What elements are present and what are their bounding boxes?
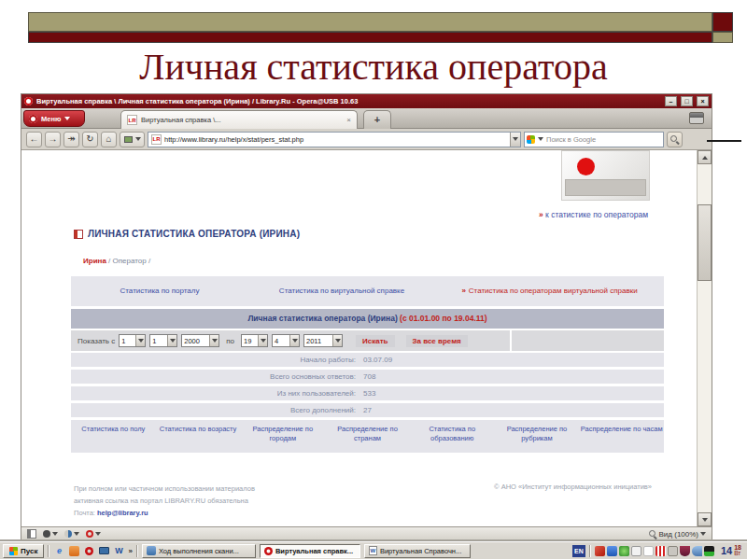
task-label: Ход выполнения скани... [159, 547, 239, 555]
page-viewport: » к статистике по операторам ЛИЧНАЯ СТАТ… [21, 150, 712, 526]
task-button-word-doc[interactable]: W Виртуальная Справочн... [364, 544, 471, 558]
menu-label: Меню [41, 115, 61, 123]
link-dist-cities[interactable]: Распределение по городам [240, 420, 325, 453]
restore-button[interactable]: □ [681, 96, 693, 106]
zoom-control[interactable]: Вид (100%) [649, 530, 706, 539]
address-field[interactable]: LR http://www.library.ru/help/x/stat/per… [148, 132, 521, 147]
audio-levels-icon[interactable] [655, 546, 666, 556]
view-mode-button[interactable] [120, 132, 145, 147]
mail-link[interactable]: help@library.ru [97, 509, 148, 517]
scrollbar-thumb[interactable] [698, 204, 712, 281]
clock-hours: 14 [721, 545, 732, 556]
from-month-select[interactable]: 1 [149, 334, 177, 347]
table-header-title: Личная статистика оператора (Ирина) [247, 314, 397, 323]
vertical-scrollbar[interactable] [697, 150, 712, 526]
home-button[interactable]: ⌂ [101, 132, 117, 147]
browser-statusbar: Вид (100%) [21, 526, 712, 540]
tab-virtual-help[interactable]: LR Виртуальная справка \... × [120, 110, 358, 129]
ie-quicklaunch-icon[interactable]: e [53, 545, 64, 556]
battery-icon[interactable] [704, 546, 714, 556]
close-button[interactable]: × [697, 96, 709, 106]
scroll-up-button[interactable] [698, 150, 712, 164]
chevron-down-icon [292, 339, 298, 343]
link-stats-education[interactable]: Статистика по образованию [410, 420, 495, 453]
opera-quicklaunch-icon[interactable] [83, 545, 94, 556]
nav-link-operators[interactable]: » Статистика по операторам виртуальной с… [435, 276, 664, 306]
windows-taskbar: Пуск e W » Ход выполнения скани... Вирту… [0, 541, 747, 559]
operators-stats-top-link[interactable]: » к статистике по операторам [539, 210, 648, 219]
libraryru-favicon: LR [151, 134, 162, 145]
punto-switcher-icon[interactable] [631, 546, 641, 556]
from-year-select[interactable]: 2000 [181, 334, 219, 347]
stats-table: Статистика по порталу Статистика по вирт… [71, 276, 664, 453]
minimize-button[interactable]: – [665, 96, 677, 106]
opera-menu-button[interactable]: Меню [23, 110, 85, 127]
monitor-quicklaunch-icon[interactable] [98, 545, 109, 556]
link-dist-rubrics[interactable]: Распределение по рубрикам [495, 420, 580, 453]
word-quicklaunch-icon[interactable]: W [113, 545, 124, 556]
breadcrumb-operator[interactable]: Ирина [83, 257, 106, 265]
quicklaunch-overflow-chevron[interactable]: » [128, 547, 132, 555]
messenger-icon[interactable] [607, 546, 617, 556]
zoom-icon [649, 530, 657, 539]
word-document-icon: W [369, 546, 377, 555]
to-day-select[interactable]: 19 [241, 334, 268, 347]
windows-update-icon[interactable] [668, 546, 678, 556]
link-stats-gender[interactable]: Статистика по полу [71, 420, 156, 453]
task-button-opera-active[interactable]: Виртуальная справк... [260, 544, 360, 558]
back-button[interactable]: ← [26, 132, 42, 147]
task-button-scan[interactable]: Ход выполнения скани... [142, 544, 256, 558]
unite-button[interactable] [43, 530, 58, 538]
new-tab-button[interactable]: + [363, 110, 391, 129]
chevron-down-icon [95, 532, 101, 536]
footer-line1: При полном или частичном использовании м… [74, 483, 255, 495]
filter-to-label: по [226, 337, 234, 345]
sync-button[interactable] [86, 530, 101, 538]
download-manager-icon[interactable] [595, 546, 605, 556]
start-button[interactable]: Пуск [3, 544, 44, 558]
all-time-button[interactable]: За все время [406, 335, 468, 347]
stat-row: Начало работы: 03.07.09 [71, 353, 664, 367]
search-button[interactable]: Искать [356, 335, 395, 347]
stat-row: Всего дополнений: 27 [71, 403, 664, 417]
turbo-icon [64, 530, 72, 538]
from-day-select[interactable]: 1 [119, 334, 146, 347]
link-dist-countries[interactable]: Распределение по странам [325, 420, 410, 453]
app-white-icon[interactable] [643, 546, 654, 556]
closed-tabs-icon[interactable] [689, 112, 704, 124]
tab-bar: Меню LR Виртуальная справка \... × + [21, 108, 712, 129]
nav-link-operators-label[interactable]: Статистика по операторам виртуальной спр… [469, 287, 638, 296]
link-stats-age[interactable]: Статистика по возрасту [156, 420, 241, 453]
link-dist-hours[interactable]: Распределение по часам [579, 420, 664, 453]
tab-close-icon[interactable]: × [346, 116, 351, 124]
to-year-select[interactable]: 2011 [303, 334, 343, 347]
fast-forward-button[interactable]: ↠ [63, 132, 79, 147]
forward-button[interactable]: → [45, 132, 61, 147]
security-shield-icon[interactable] [680, 546, 690, 556]
turbo-button[interactable] [64, 530, 79, 538]
tray-clock[interactable]: 14 18 Вт [718, 544, 744, 557]
panels-toggle-icon[interactable] [27, 529, 36, 539]
nav-link-portal[interactable]: Статистика по порталу [71, 276, 248, 306]
url-dropdown-button[interactable] [510, 133, 520, 147]
chevron-down-icon [700, 532, 706, 536]
document-bullet-icon [74, 230, 83, 239]
antivirus-green-icon[interactable] [619, 546, 629, 556]
image-viewer-icon[interactable] [68, 545, 79, 556]
nav-link-virtual-help[interactable]: Статистика по виртуальной справке [248, 276, 435, 306]
top-link-label[interactable]: к статистике по операторам [545, 210, 648, 219]
window-titlebar[interactable]: Виртуальная справка \ Личная статистика … [21, 94, 712, 108]
scroll-down-button[interactable] [698, 512, 712, 526]
opera-menu-icon [29, 115, 37, 123]
reload-button[interactable]: ↻ [82, 132, 98, 147]
web-search-field[interactable]: Поиск в Google [524, 132, 664, 147]
deco-bar-red [28, 32, 712, 43]
volume-icon[interactable] [692, 546, 702, 556]
arrow-down-icon [702, 518, 708, 522]
table-header-band: Личная статистика оператора (Ирина) (с 0… [71, 309, 664, 329]
language-indicator[interactable]: EN [572, 545, 585, 557]
stat-row: Из них пользователей: 533 [71, 386, 664, 400]
to-month-select[interactable]: 4 [272, 334, 300, 347]
search-engine-dropdown-icon[interactable] [538, 137, 543, 141]
search-go-button[interactable] [667, 132, 683, 147]
